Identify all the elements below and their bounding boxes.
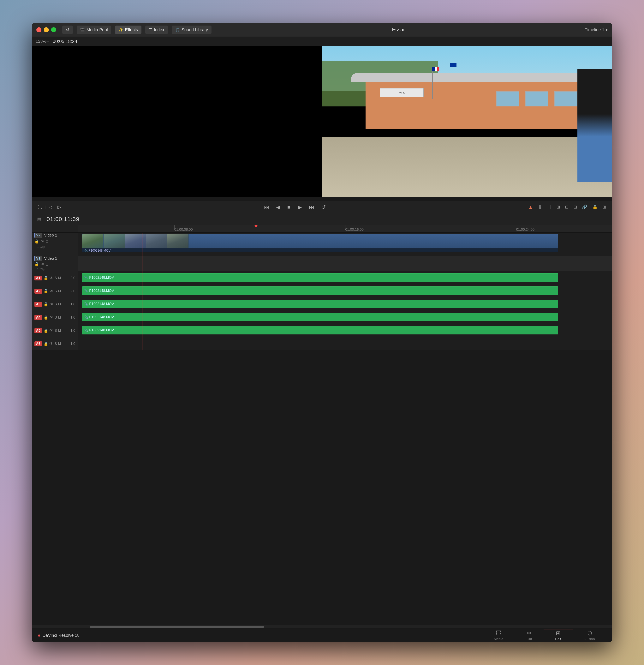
a2-s-label[interactable]: S	[55, 289, 57, 293]
a5-m-label[interactable]: M	[58, 329, 61, 333]
a2-playhead	[142, 285, 143, 298]
a2-clip-icon: 📎	[84, 289, 88, 292]
maximize-button[interactable]	[51, 27, 56, 32]
timeline-timecode: 01:00:11:39	[46, 216, 79, 222]
timeline-selector[interactable]: Timeline 1 ▾	[585, 27, 608, 32]
a1-s-label[interactable]: S	[55, 276, 57, 280]
track-v2-row: V2 Video 2 🔒 👁 ⊡ 1 Clip	[32, 233, 612, 256]
selection-tool[interactable]: ▲	[527, 204, 534, 211]
link-button[interactable]: 🔗	[581, 204, 589, 210]
a3-s-label[interactable]: S	[55, 302, 57, 306]
a6-m-label[interactable]: M	[58, 342, 61, 346]
a1-badge[interactable]: A1	[35, 276, 42, 281]
stop-button[interactable]: ■	[286, 203, 292, 211]
v1-badge[interactable]: V1	[35, 256, 42, 261]
a2-lock-icon[interactable]: 🔒	[43, 289, 49, 293]
v2-link-icon[interactable]: ⊡	[45, 239, 49, 244]
index-button[interactable]: ☰ Index	[145, 25, 168, 34]
a3-lock-icon[interactable]: 🔒	[43, 302, 49, 307]
a5-lock-icon[interactable]: 🔒	[43, 328, 49, 333]
scrollbar-thumb[interactable]	[90, 626, 264, 628]
scrubber-bar[interactable]	[32, 197, 612, 201]
snap-button[interactable]: ⊞	[601, 204, 608, 210]
v2-badge[interactable]: V2	[35, 233, 42, 238]
a4-clip[interactable]: 📎 P1002148.MOV	[82, 313, 558, 321]
roll-edit-button[interactable]: ⊡	[572, 204, 579, 210]
v1-link-icon[interactable]: ⊡	[45, 262, 49, 266]
timeline-ruler: 01:00:08:00 01:00:16:00 01:00:24:00	[32, 225, 612, 233]
a5-eye-icon[interactable]: 👁	[50, 328, 53, 333]
lock-button[interactable]: 🔒	[591, 204, 599, 210]
dynamic-trim-button[interactable]: ⧚	[536, 204, 544, 210]
undo-button[interactable]: ↺	[62, 25, 73, 34]
a2-clip[interactable]: 📎 P1002148.MOV	[82, 286, 558, 295]
track-a3-row: A3 🔒 👁 S M 1.0 📎 P1002148.MOV	[32, 298, 612, 311]
a4-s-label[interactable]: S	[55, 316, 57, 320]
nav-media[interactable]: 🎞 Media	[482, 630, 515, 641]
a2-m-label[interactable]: M	[58, 289, 61, 293]
skip-to-start-button[interactable]: ⏮	[262, 203, 271, 211]
a5-playhead	[142, 324, 143, 337]
a2-badge[interactable]: A2	[35, 289, 42, 293]
a3-eye-icon[interactable]: 👁	[50, 302, 53, 307]
effects-button[interactable]: ✨ Effects	[115, 25, 141, 34]
a4-m-label[interactable]: M	[58, 316, 61, 320]
a2-eye-icon[interactable]: 👁	[50, 289, 53, 293]
track-v1-label: V1 Video 1 🔒 👁 ⊡ 1 Clip	[32, 256, 78, 271]
nav-edit[interactable]: ⊞ Edit	[544, 630, 573, 641]
a4-eye-icon[interactable]: 👁	[50, 315, 53, 320]
zoom-level[interactable]: 138% ▾	[36, 39, 49, 44]
a1-lock-icon[interactable]: 🔒	[43, 276, 49, 280]
loop-button[interactable]: ↺	[320, 203, 327, 211]
fullscreen-button[interactable]: ⛶	[36, 204, 44, 210]
a1-icons: 🔒 👁 S M	[43, 276, 61, 280]
a5-clip[interactable]: 📎 P1002148.MOV	[82, 326, 558, 335]
next-frame-button[interactable]: ▷	[56, 204, 62, 211]
scrubber-handle[interactable]	[322, 197, 322, 201]
a3-badge[interactable]: A3	[35, 302, 42, 307]
media-pool-button[interactable]: 🎬 Media Pool	[77, 25, 111, 34]
program-viewer: MAIRIE	[322, 46, 612, 197]
a1-clip[interactable]: 📎 P1002148.MOV	[82, 273, 558, 282]
a1-eye-icon[interactable]: 👁	[50, 276, 53, 280]
a5-s-label[interactable]: S	[55, 329, 57, 333]
blade-edit-button[interactable]: ⊞	[555, 204, 562, 210]
track-a5-label: A5 🔒 👁 S M 1.0	[32, 324, 78, 337]
ripple-edit-button[interactable]: ⊟	[564, 204, 570, 210]
a6-eye-icon[interactable]: 👁	[50, 342, 53, 346]
slip-edit-button[interactable]: ⧛	[546, 204, 553, 210]
ruler-mark-1: 01:00:08:00	[174, 225, 193, 232]
a6-s-label[interactable]: S	[55, 342, 57, 346]
v2-lock-icon[interactable]: 🔒	[35, 239, 39, 244]
play-button[interactable]: ▶	[296, 203, 303, 211]
v1-eye-icon[interactable]: 👁	[40, 262, 44, 266]
v1-lock-icon[interactable]: 🔒	[35, 262, 39, 266]
a3-playhead	[142, 298, 143, 311]
a6-lock-icon[interactable]: 🔒	[43, 341, 49, 346]
v2-clip[interactable]: 📎 P1002148.MOV	[82, 234, 558, 252]
a3-m-label[interactable]: M	[58, 302, 61, 306]
media-pool-label: Media Pool	[87, 27, 108, 32]
timeline-scrollbar[interactable]	[32, 625, 612, 628]
a3-clip[interactable]: 📎 P1002148.MOV	[82, 300, 558, 308]
step-back-button[interactable]: ◀	[274, 203, 282, 211]
skip-to-end-button[interactable]: ⏭	[307, 203, 316, 211]
minimize-button[interactable]	[44, 27, 49, 32]
nav-fusion[interactable]: ⬡ Fusion	[573, 630, 606, 641]
traffic-lights	[36, 27, 56, 32]
a6-badge[interactable]: A6	[35, 341, 42, 346]
v1-name: Video 1	[44, 256, 57, 261]
v2-eye-icon[interactable]: 👁	[40, 239, 44, 244]
a4-lock-icon[interactable]: 🔒	[43, 315, 49, 320]
timeline-header: ▤ 01:00:11:39	[32, 213, 612, 225]
a1-m-label[interactable]: M	[58, 276, 61, 280]
a6-playhead	[142, 337, 143, 350]
sound-library-button[interactable]: 🎵 Sound Library	[172, 25, 211, 34]
bottom-bar: ● DaVinci Resolve 18 🎞 Media ✂ Cut ⊞ Edi…	[32, 628, 612, 642]
prev-frame-button[interactable]: ◁	[48, 204, 54, 211]
a4-badge[interactable]: A4	[35, 315, 42, 320]
close-button[interactable]	[36, 27, 41, 32]
a5-badge[interactable]: A5	[35, 328, 42, 333]
nav-cut[interactable]: ✂ Cut	[515, 630, 544, 641]
track-controls-button[interactable]: ▤	[36, 216, 43, 222]
